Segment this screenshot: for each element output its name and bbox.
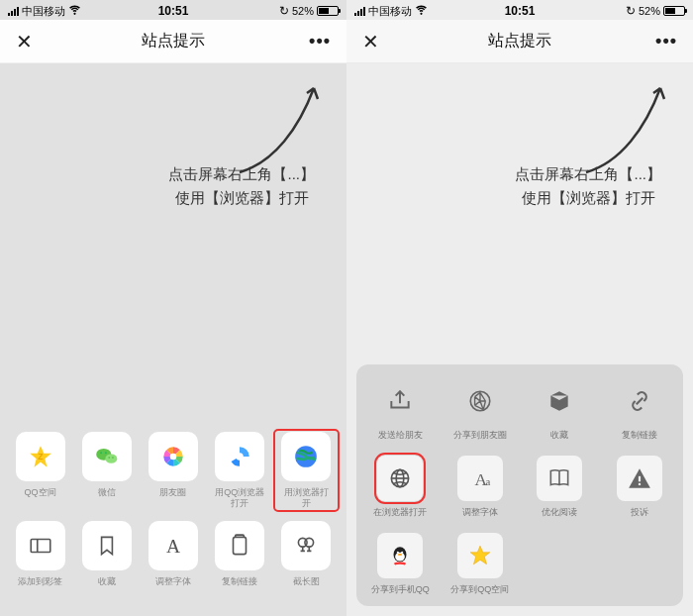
share-row-2: 在浏览器打开 Aa 调整字体 优化阅读 bbox=[362, 456, 677, 519]
instruction-line2: 使用【浏览器】打开 bbox=[515, 186, 661, 210]
cell-label: 分享到手机QQ bbox=[371, 583, 430, 596]
tile-moments[interactable]: 朋友圈 bbox=[143, 432, 203, 509]
globe-icon bbox=[377, 456, 423, 501]
battery-icon bbox=[663, 6, 685, 16]
cell-copylink[interactable]: 复制链接 bbox=[602, 378, 678, 442]
aperture-icon bbox=[457, 378, 503, 424]
more-button[interactable]: ••• bbox=[651, 27, 681, 55]
tile-label: 用浏览器打开 bbox=[280, 487, 332, 509]
svg-point-28 bbox=[398, 554, 402, 556]
tile-copylink[interactable]: 复制链接 bbox=[210, 521, 270, 598]
instruction-text: 点击屏幕右上角【...】 使用【浏览器】打开 bbox=[515, 162, 661, 210]
svg-text:Z: Z bbox=[38, 452, 44, 462]
instruction-area: 点击屏幕右上角【...】 使用【浏览器】打开 bbox=[0, 63, 346, 261]
phone-screen-left: 中国移动 10:51 ↻ 52% ✕ 站点提示 ••• 点击屏幕右上角【...】… bbox=[0, 0, 346, 616]
share-row-3: 分享到手机QQ 分享到QQ空间 bbox=[362, 533, 677, 596]
svg-point-15 bbox=[305, 538, 314, 547]
tile-label: 用QQ浏览器打开 bbox=[214, 487, 265, 509]
tile-qqbrowser[interactable]: 用QQ浏览器打开 bbox=[210, 432, 270, 509]
favorite-icon bbox=[82, 521, 132, 570]
status-bar: 中国移动 10:51 ↻ 52% bbox=[0, 0, 346, 20]
svg-rect-23 bbox=[639, 483, 641, 485]
tile-label: 复制链接 bbox=[222, 576, 257, 598]
cell-sendfriend[interactable]: 发送给朋友 bbox=[362, 378, 439, 442]
cell-label: 在浏览器打开 bbox=[373, 506, 427, 519]
battery-label: 52% bbox=[292, 5, 314, 17]
share-panel: 发送给朋友 分享到朋友圈 收藏 bbox=[356, 364, 683, 606]
tile-qzone[interactable]: Z QQ空间 bbox=[10, 432, 70, 509]
instruction-text: 点击屏幕右上角【...】 使用【浏览器】打开 bbox=[168, 162, 315, 210]
cell-favorite[interactable]: 收藏 bbox=[522, 378, 598, 442]
instruction-line2: 使用【浏览器】打开 bbox=[168, 186, 315, 210]
tile-wechat[interactable]: 微信 bbox=[76, 432, 137, 509]
box-icon bbox=[537, 378, 582, 424]
cell-shareqq[interactable]: 分享到手机QQ bbox=[362, 533, 439, 596]
link-icon bbox=[617, 378, 662, 424]
battery-label: 52% bbox=[639, 5, 660, 17]
carrier-label: 中国移动 bbox=[368, 4, 412, 19]
svg-marker-29 bbox=[470, 546, 490, 564]
share-sheet-right: 发送给朋友 分享到朋友圈 收藏 bbox=[346, 355, 693, 616]
tile-label: 朋友圈 bbox=[159, 487, 186, 509]
warning-icon bbox=[617, 456, 662, 501]
nav-bar: ✕ 站点提示 ••• bbox=[346, 20, 693, 63]
svg-point-6 bbox=[108, 457, 110, 459]
signal-icon bbox=[354, 7, 365, 16]
cell-shareqzone[interactable]: 分享到QQ空间 bbox=[443, 533, 519, 596]
share-sheet-left: Z QQ空间 微信 朋友圈 用QQ浏览器打开 bbox=[0, 418, 346, 616]
svg-rect-22 bbox=[639, 476, 641, 481]
tile-label: 收藏 bbox=[98, 576, 116, 598]
cell-label: 调整字体 bbox=[462, 506, 498, 519]
cell-complain[interactable]: 投诉 bbox=[602, 456, 678, 519]
qqbrowser-icon bbox=[215, 432, 264, 481]
svg-point-5 bbox=[105, 452, 107, 454]
cell-label: 分享到朋友圈 bbox=[453, 429, 507, 442]
tile-label: 微信 bbox=[98, 487, 116, 509]
svg-point-27 bbox=[401, 552, 403, 554]
cell-adjustfont[interactable]: Aa 调整字体 bbox=[443, 456, 519, 519]
nav-bar: ✕ 站点提示 ••• bbox=[0, 20, 346, 63]
share-row-1: Z QQ空间 微信 朋友圈 用QQ浏览器打开 bbox=[10, 432, 337, 509]
instruction-line1: 点击屏幕右上角【...】 bbox=[168, 162, 315, 186]
svg-point-4 bbox=[100, 452, 102, 454]
svg-point-8 bbox=[170, 454, 177, 461]
tile-label: 调整字体 bbox=[155, 576, 191, 598]
tile-label: 添加到彩签 bbox=[18, 576, 62, 598]
cell-sharemoments[interactable]: 分享到朋友圈 bbox=[443, 378, 519, 442]
cell-label: 投诉 bbox=[631, 506, 648, 519]
tile-bookmark[interactable]: 添加到彩签 bbox=[10, 521, 70, 598]
instruction-area: 点击屏幕右上角【...】 使用【浏览器】打开 bbox=[346, 63, 693, 261]
clock-label: 10:51 bbox=[158, 4, 189, 18]
tile-font[interactable]: A 调整字体 bbox=[143, 521, 203, 598]
globe-icon bbox=[281, 432, 331, 481]
tile-label: QQ空间 bbox=[25, 487, 56, 509]
qq-icon bbox=[377, 533, 423, 578]
signal-icon bbox=[8, 7, 19, 16]
close-button[interactable]: ✕ bbox=[12, 26, 37, 57]
instruction-line1: 点击屏幕右上角【...】 bbox=[515, 162, 661, 186]
phone-screen-right: 中国移动 10:51 ↻ 52% ✕ 站点提示 ••• 点击屏幕右上角【...】… bbox=[346, 0, 693, 616]
tile-longshot[interactable]: 截长图 bbox=[276, 521, 337, 598]
tile-browser[interactable]: 用浏览器打开 bbox=[274, 430, 339, 511]
cell-openbrowser[interactable]: 在浏览器打开 bbox=[362, 456, 439, 519]
svg-point-7 bbox=[112, 457, 114, 459]
tile-favorite[interactable]: 收藏 bbox=[76, 521, 137, 598]
svg-point-9 bbox=[236, 453, 244, 461]
font-size-icon: Aa bbox=[457, 456, 503, 501]
more-button[interactable]: ••• bbox=[305, 27, 335, 55]
svg-point-25 bbox=[395, 553, 405, 562]
qzone-star-icon bbox=[457, 533, 503, 578]
send-icon bbox=[377, 378, 423, 424]
svg-text:A: A bbox=[166, 536, 180, 557]
loading-icon: ↻ bbox=[279, 4, 289, 18]
cell-optread[interactable]: 优化阅读 bbox=[522, 456, 598, 519]
loading-icon: ↻ bbox=[626, 4, 636, 18]
close-button[interactable]: ✕ bbox=[358, 26, 383, 57]
page-title: 站点提示 bbox=[142, 31, 205, 51]
wifi-icon bbox=[68, 3, 81, 19]
svg-point-3 bbox=[105, 455, 117, 463]
copy-icon bbox=[215, 521, 264, 570]
cell-label: 收藏 bbox=[550, 429, 568, 442]
cell-label: 分享到QQ空间 bbox=[450, 583, 509, 596]
share-row-2: 添加到彩签 收藏 A 调整字体 复制链接 bbox=[10, 521, 337, 598]
